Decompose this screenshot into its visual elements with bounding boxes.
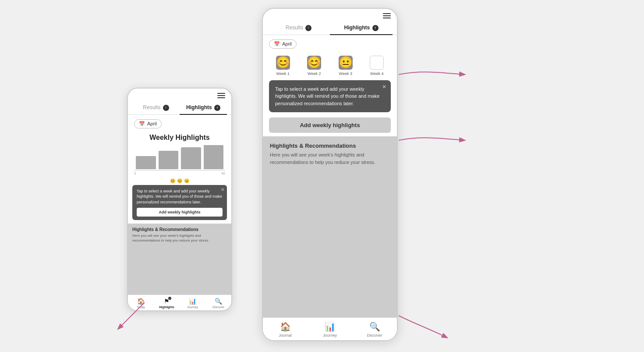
- chart-small: 0 40: [134, 145, 225, 176]
- hamburger-menu-large[interactable]: [383, 13, 391, 18]
- week-card-1[interactable]: 😊: [276, 56, 290, 70]
- emoji-3-small: 😐: [184, 178, 189, 183]
- smiley-3: 😐: [339, 56, 353, 69]
- highlights-section-title-small: Highlights & Recommendations: [132, 227, 227, 232]
- nav-discover-small[interactable]: 🔍 Discover: [205, 298, 231, 309]
- week-card-4[interactable]: [370, 56, 384, 70]
- week-2-label: Week 2: [308, 71, 321, 76]
- journey-label-small: Journey: [187, 306, 198, 309]
- bar-3: [181, 147, 201, 169]
- discover-label-small: Discover: [212, 306, 224, 309]
- week-cards-container: 😊 Week 1 😊 Week 2 😐 Week 3: [263, 51, 397, 78]
- highlights-badge-large: !: [372, 25, 379, 31]
- tab-highlights-small[interactable]: Highlights !: [180, 101, 227, 114]
- weekly-highlights-title: Weekly Highlights: [128, 131, 231, 143]
- chart-bars-small: [134, 145, 225, 169]
- tooltip-small: ✕ Tap to select a week and add your week…: [132, 185, 227, 220]
- arrow-bottom-left: [110, 298, 162, 333]
- nav-journey-small[interactable]: 📊 Journey: [180, 298, 205, 309]
- month-filter-large: 📅 April: [263, 35, 397, 51]
- chart-axis-small: 0 40: [134, 170, 225, 175]
- tabs-small: Results ! Highlights !: [128, 101, 231, 115]
- discover-icon-small: 🔍: [215, 298, 222, 305]
- smiley-1: 😊: [276, 56, 290, 69]
- bar-2: [159, 151, 179, 169]
- tab-results-small[interactable]: Results !: [132, 101, 180, 114]
- results-badge-small: !: [163, 105, 169, 111]
- small-phone-mockup: Results ! Highlights ! 📅 April Weekly Hi…: [127, 88, 232, 311]
- week-card-2[interactable]: 😊: [307, 56, 321, 70]
- tooltip-large: ✕ Tap to select a week and add your week…: [269, 80, 391, 113]
- close-tooltip-large[interactable]: ✕: [382, 83, 386, 91]
- bar-4: [204, 145, 224, 169]
- highlights-section-body-small: Here you will see your week's highlights…: [132, 233, 227, 243]
- tab-highlights-large[interactable]: Highlights !: [330, 21, 393, 35]
- emoji-2-small: 😊: [177, 178, 182, 183]
- month-filter-small: 📅 April: [128, 115, 231, 131]
- add-weekly-highlights-btn-small[interactable]: Add weekly highlights: [137, 208, 223, 217]
- nav-journal-large[interactable]: 🏠 Journal: [263, 321, 308, 338]
- journey-icon-large: 📊: [325, 321, 336, 332]
- arrow-bottom-right: [394, 307, 456, 342]
- highlights-section-small: Highlights & Recommendations Here you wi…: [128, 224, 231, 295]
- arrow-middle-right: [394, 127, 473, 153]
- large-phone-header: [263, 9, 397, 21]
- discover-label-large: Discover: [367, 333, 382, 338]
- month-chip-small[interactable]: 📅 April: [134, 119, 162, 128]
- week-1-label: Week 1: [276, 71, 290, 76]
- emoji-1-small: 😊: [170, 178, 175, 183]
- highlights-section-large: Highlights & Recommendations Here you wi…: [263, 136, 397, 317]
- week-3-label: Week 3: [339, 71, 352, 76]
- journal-label-large: Journal: [279, 333, 292, 338]
- tab-results-large[interactable]: Results !: [267, 21, 330, 35]
- highlights-section-title-large: Highlights & Recommendations: [270, 142, 390, 149]
- journey-icon-small: 📊: [189, 298, 196, 305]
- bottom-nav-large: 🏠 Journal 📊 Journey 🔍 Discover: [263, 317, 397, 340]
- results-badge-large: !: [305, 25, 311, 31]
- calendar-icon-small: 📅: [139, 121, 145, 127]
- close-tooltip-small[interactable]: ✕: [221, 187, 224, 193]
- bar-1: [136, 156, 156, 169]
- journey-label-large: Journey: [323, 333, 337, 338]
- calendar-icon-large: 📅: [274, 41, 280, 47]
- hamburger-menu-small[interactable]: [217, 93, 225, 98]
- small-phone-header: [128, 89, 231, 101]
- tabs-large: Results ! Highlights !: [263, 21, 397, 35]
- canvas: Results ! Highlights ! 📅 April Weekly Hi…: [0, 0, 644, 352]
- nav-discover-large[interactable]: 🔍 Discover: [352, 321, 397, 338]
- week-card-3[interactable]: 😐: [339, 56, 353, 70]
- journal-icon-large: 🏠: [280, 321, 291, 332]
- smiley-2: 😊: [307, 56, 321, 69]
- month-chip-large[interactable]: 📅 April: [269, 39, 297, 49]
- emoji-row-small: 😊 😊 😐: [128, 178, 231, 185]
- highlights-badge-small: !: [214, 105, 220, 111]
- arrow-top-right: [394, 61, 473, 88]
- nav-journey-large[interactable]: 📊 Journey: [308, 321, 352, 338]
- highlights-icon-small: ⚑ !: [164, 298, 170, 305]
- week-4-label: Week 4: [370, 71, 383, 76]
- highlights-nav-badge-small: !: [168, 297, 171, 300]
- discover-icon-large: 🔍: [369, 321, 380, 332]
- highlights-section-body-large: Here you will see your week's highlights…: [270, 151, 390, 166]
- large-phone-mockup: Results ! Highlights ! 📅 April: [262, 8, 398, 341]
- add-weekly-highlights-btn-large[interactable]: Add weekly highlights: [269, 117, 391, 133]
